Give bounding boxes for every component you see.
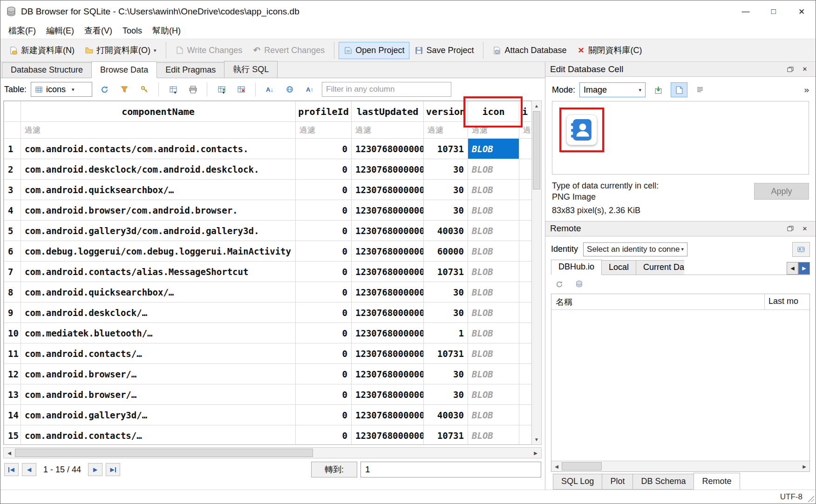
component-name-cell[interactable]: com.android.contacts/… xyxy=(21,343,296,364)
remote-column-name[interactable]: 名稱 xyxy=(551,294,765,309)
icon-blob-cell[interactable]: BLOB xyxy=(468,323,519,343)
tab-database-structure[interactable]: Database Structure xyxy=(2,62,92,78)
close-panel-icon[interactable]: ✕ xyxy=(799,64,811,75)
menu-edit[interactable]: 編輯(E) xyxy=(41,23,79,38)
filter-profileId[interactable]: 過濾 xyxy=(296,122,352,139)
partial-cell[interactable] xyxy=(519,241,532,262)
row-number-cell[interactable]: 11 xyxy=(4,343,21,364)
table-row[interactable]: 11com.android.contacts/…0123076800000010… xyxy=(4,343,532,364)
filter-funnel-button[interactable] xyxy=(116,82,132,97)
last-updated-cell[interactable]: 1230768000000 xyxy=(352,364,424,384)
profile-id-cell[interactable]: 0 xyxy=(296,262,352,282)
icon-blob-cell[interactable]: BLOB xyxy=(468,159,519,180)
identity-settings-button[interactable] xyxy=(792,242,810,257)
component-name-cell[interactable]: com.android.gallery3d/… xyxy=(21,405,296,425)
icon-blob-cell[interactable]: BLOB xyxy=(468,282,519,302)
row-number-cell[interactable]: 1 xyxy=(4,139,21,159)
version-cell[interactable]: 30 xyxy=(424,364,468,384)
profile-id-cell[interactable]: 0 xyxy=(296,180,352,200)
column-header-profileId[interactable]: profileId xyxy=(296,101,352,122)
tab-edit-pragmas[interactable]: Edit Pragmas xyxy=(156,62,224,78)
version-cell[interactable]: 1 xyxy=(424,323,468,343)
profile-id-cell[interactable]: 0 xyxy=(296,384,352,405)
row-number-cell[interactable]: 6 xyxy=(4,241,21,262)
profile-id-cell[interactable]: 0 xyxy=(296,302,352,323)
table-row[interactable]: 12com.android.browser/…0123076800000030B… xyxy=(4,364,532,384)
icon-blob-cell[interactable]: BLOB xyxy=(468,384,519,405)
table-row[interactable]: 1com.android.contacts/com.android.contac… xyxy=(4,139,532,159)
partial-cell[interactable] xyxy=(519,139,532,159)
row-number-cell[interactable]: 13 xyxy=(4,384,21,405)
table-row[interactable]: 6com.debug.loggerui/com.debug.loggerui.M… xyxy=(4,241,532,262)
vertical-scrollbar[interactable]: ▲ ▼ xyxy=(531,101,542,445)
filter-icon[interactable]: 過濾 xyxy=(468,122,519,139)
profile-id-cell[interactable]: 0 xyxy=(296,241,352,262)
component-name-cell[interactable]: com.android.contacts/com.android.contact… xyxy=(21,139,296,159)
table-row[interactable]: 7com.android.contacts/alias.MessageShort… xyxy=(4,262,532,282)
profile-id-cell[interactable]: 0 xyxy=(296,425,352,445)
tab-sql-log[interactable]: SQL Log xyxy=(553,474,602,490)
version-cell[interactable]: 30 xyxy=(424,302,468,323)
last-updated-cell[interactable]: 1230768000000 xyxy=(352,343,424,364)
filter-version[interactable]: 過濾 xyxy=(424,122,468,139)
partial-cell[interactable] xyxy=(519,384,532,405)
column-header-componentName[interactable]: componentName xyxy=(21,101,296,122)
icon-blob-cell[interactable]: BLOB xyxy=(468,139,519,159)
version-cell[interactable]: 30 xyxy=(424,384,468,405)
goto-button[interactable]: 轉到: xyxy=(311,462,357,477)
encoding-label[interactable]: UTF-8 xyxy=(780,492,802,502)
version-cell[interactable]: 30 xyxy=(424,282,468,302)
close-button[interactable]: ✕ xyxy=(788,0,816,23)
delete-record-button[interactable] xyxy=(233,82,249,97)
table-row[interactable]: 15com.android.contacts/…0123076800000010… xyxy=(4,425,532,445)
remote-table-body[interactable] xyxy=(551,310,809,461)
partial-cell[interactable] xyxy=(519,200,532,221)
profile-id-cell[interactable]: 0 xyxy=(296,221,352,241)
minimize-button[interactable]: — xyxy=(732,0,760,23)
version-cell[interactable]: 60000 xyxy=(424,241,468,262)
version-cell[interactable]: 10731 xyxy=(424,262,468,282)
row-number-cell[interactable]: 9 xyxy=(4,302,21,323)
new-record-button[interactable]: ▾ xyxy=(213,82,229,97)
profile-id-cell[interactable]: 0 xyxy=(296,282,352,302)
menu-file[interactable]: 檔案(F) xyxy=(3,23,41,38)
sort-asc-button[interactable]: A↓ xyxy=(262,82,278,97)
scroll-right-icon[interactable]: ▶ xyxy=(799,461,809,471)
partial-cell[interactable] xyxy=(519,282,532,302)
attach-db-button[interactable]: Attach Database xyxy=(488,42,571,59)
tab-current-database[interactable]: Current Dat xyxy=(636,260,684,275)
profile-id-cell[interactable]: 0 xyxy=(296,159,352,180)
close-db-button[interactable]: ✕ 關閉資料庫(C) xyxy=(572,41,647,60)
table-row[interactable]: 3com.android.quicksearchbox/…01230768000… xyxy=(4,180,532,200)
icon-blob-cell[interactable]: BLOB xyxy=(468,405,519,425)
open-db-button[interactable]: 打開資料庫(O) ▾ xyxy=(80,41,162,60)
component-name-cell[interactable]: com.android.contacts/… xyxy=(21,425,296,445)
maximize-button[interactable]: □ xyxy=(760,0,788,23)
icon-blob-cell[interactable]: BLOB xyxy=(468,425,519,445)
last-updated-cell[interactable]: 1230768000000 xyxy=(352,405,424,425)
sort-desc-button[interactable]: A↑ xyxy=(302,82,318,97)
component-name-cell[interactable]: com.android.browser/com.android.browser. xyxy=(21,200,296,221)
icon-blob-cell[interactable]: BLOB xyxy=(468,302,519,323)
profile-id-cell[interactable]: 0 xyxy=(296,139,352,159)
profile-id-cell[interactable]: 0 xyxy=(296,323,352,343)
table-row[interactable]: 8com.android.quicksearchbox/…01230768000… xyxy=(4,282,532,302)
component-name-cell[interactable]: com.android.browser/… xyxy=(21,364,296,384)
component-name-cell[interactable]: com.android.deskclock/com.android.deskcl… xyxy=(21,159,296,180)
partial-cell[interactable] xyxy=(519,302,532,323)
import-data-button[interactable] xyxy=(650,82,666,97)
last-updated-cell[interactable]: 1230768000000 xyxy=(352,323,424,343)
image-view-button[interactable] xyxy=(671,82,687,97)
row-number-cell[interactable]: 12 xyxy=(4,364,21,384)
version-cell[interactable]: 40030 xyxy=(424,405,468,425)
tab-scroll-left-icon[interactable]: ◀ xyxy=(787,262,798,275)
last-updated-cell[interactable]: 1230768000000 xyxy=(352,221,424,241)
next-record-button[interactable]: ▶ xyxy=(88,463,102,476)
tab-browse-data[interactable]: Browse Data xyxy=(91,61,157,78)
horizontal-scrollbar[interactable]: ◀ ▶ xyxy=(3,447,542,458)
partial-cell[interactable] xyxy=(519,323,532,343)
scroll-left-icon[interactable]: ◀ xyxy=(4,448,15,458)
version-cell[interactable]: 40030 xyxy=(424,221,468,241)
version-cell[interactable]: 10731 xyxy=(424,343,468,364)
profile-id-cell[interactable]: 0 xyxy=(296,364,352,384)
